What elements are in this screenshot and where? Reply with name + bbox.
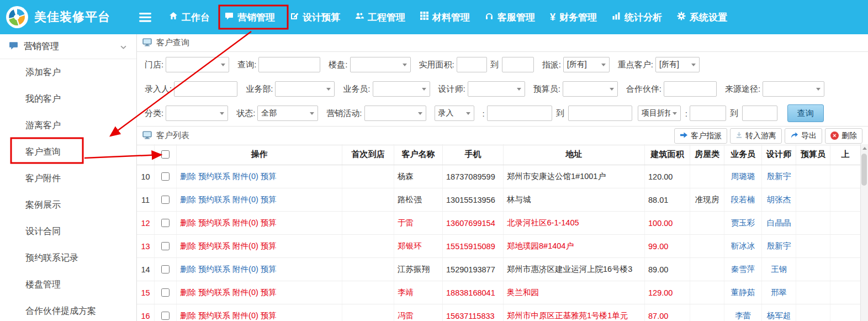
salesman-link[interactable]: 李蕾 <box>724 304 762 321</box>
row-checkbox[interactable] <box>161 219 170 227</box>
salesman-link[interactable]: 段若楠 <box>724 188 762 211</box>
export-button[interactable]: 导出 <box>785 128 822 144</box>
entry-type-select[interactable]: 录入 <box>435 106 474 121</box>
nav-item-design-budget[interactable]: 设计预算 <box>290 11 340 24</box>
row-checkbox[interactable] <box>161 265 170 273</box>
move-to-floating-button[interactable]: 转入游离 <box>730 128 782 144</box>
col-header-address[interactable]: 地址 <box>504 144 645 165</box>
hamburger-menu-icon[interactable] <box>139 13 151 22</box>
transfer-icon <box>735 131 743 140</box>
row-operations-links[interactable]: 删除 预约联系 附件(0) 预算 <box>177 258 342 281</box>
select-all-checkbox[interactable] <box>161 150 170 159</box>
table-row: 10 删除 预约联系 附件(0) 预算 杨森 18737089599 郑州市安康… <box>137 165 861 188</box>
discount-max-input[interactable] <box>742 106 777 121</box>
salesman-link[interactable]: 董静茹 <box>724 281 762 304</box>
salesman-link[interactable]: 靳冰冰 <box>724 235 762 257</box>
chevron-down-icon <box>466 112 470 115</box>
sidebar-section-marketing[interactable]: 营销管理 <box>0 34 136 59</box>
delete-button[interactable]: × 删除 <box>825 128 862 144</box>
assign-select[interactable]: [所有] <box>563 57 610 72</box>
row-operations-links[interactable]: 删除 预约联系 附件(0) 预算 <box>177 304 342 321</box>
nav-item-engineering[interactable]: 工程管理 <box>355 11 405 24</box>
col-header-area[interactable]: 建筑面积 <box>645 144 690 165</box>
row-checkbox[interactable] <box>161 288 170 297</box>
row-operations-links[interactable]: 删除 预约联系 附件(0) 预算 <box>177 281 342 304</box>
edit-icon <box>290 12 299 23</box>
designer-link[interactable]: 邢翠 <box>762 281 796 304</box>
sidebar-item-design-contract[interactable]: 设计合同 <box>0 218 136 245</box>
sidebar-item-floating-customers[interactable]: 游离客户 <box>0 112 136 139</box>
col-header-operations[interactable]: 操作 <box>177 144 342 165</box>
row-operations-links[interactable]: 删除 预约联系 附件(0) 预算 <box>177 188 342 211</box>
source-select[interactable] <box>763 81 824 97</box>
salesman-link[interactable]: 贾玉彩 <box>724 212 762 234</box>
store-select[interactable] <box>166 57 229 72</box>
budgeter-select[interactable] <box>563 81 618 97</box>
usable-area-max-input[interactable] <box>502 57 534 72</box>
designer-link[interactable]: 杨军超 <box>762 304 796 321</box>
col-header-budgeter[interactable]: 预算员 <box>796 144 830 165</box>
partner-input[interactable] <box>664 81 717 97</box>
designer-link[interactable]: 胡张杰 <box>762 188 796 211</box>
col-header-salesman[interactable]: 业务员 <box>724 144 762 165</box>
discount-min-input[interactable] <box>690 106 726 121</box>
nav-item-statistics[interactable]: 统计分析 <box>612 11 662 24</box>
status-select[interactable]: 全部 <box>257 106 318 121</box>
sidebar-item-customer-query[interactable]: 客户查询 <box>0 139 136 165</box>
filter-row-1: 门店: 查询: 楼盘: 实用面积: 到 指派: [所有] 重点客户: [所有] <box>145 52 868 77</box>
discount-select[interactable]: 项目折扣 <box>638 106 681 121</box>
activity-select[interactable] <box>364 106 426 121</box>
vertical-scrollbar[interactable] <box>860 144 868 321</box>
col-header-house-type[interactable]: 房屋类 <box>690 144 724 165</box>
entry-date-from-input[interactable] <box>487 106 552 121</box>
sidebar-item-partner-commission[interactable]: 合作伙伴提成方案 <box>0 298 136 321</box>
sidebar-item-add-customer[interactable]: 添加客户 <box>0 59 136 86</box>
scrollbar-thumb[interactable] <box>861 154 867 186</box>
row-checkbox[interactable] <box>161 242 170 250</box>
sidebar-item-my-customers[interactable]: 我的客户 <box>0 86 136 112</box>
usable-area-min-input[interactable] <box>457 57 487 72</box>
row-operations-links[interactable]: 删除 预约联系 附件(0) 预算 <box>177 165 342 188</box>
salesman-link[interactable]: 秦雪萍 <box>724 258 762 281</box>
keyword-input[interactable] <box>258 57 320 72</box>
salesman-link[interactable]: 周璐璐 <box>724 165 762 188</box>
col-header-extra[interactable]: 上 <box>830 144 861 165</box>
sales-dept-select[interactable] <box>275 81 335 97</box>
row-checkbox[interactable] <box>161 312 170 320</box>
sidebar-item-building-management[interactable]: 楼盘管理 <box>0 271 136 298</box>
nav-item-finance[interactable]: ¥ 财务管理 <box>550 11 597 24</box>
salesman-select[interactable] <box>373 81 430 97</box>
entry-date-to-input[interactable] <box>568 106 632 121</box>
scrollbar-up-arrow-icon[interactable] <box>861 144 868 152</box>
assign-customer-button[interactable]: 客户指派 <box>674 128 727 144</box>
col-header-first-visit[interactable]: 首次到店 <box>342 144 394 165</box>
nav-item-marketing[interactable]: 营销管理 <box>225 11 275 24</box>
row-operations-links[interactable]: 删除 预约联系 附件(0) 预算 <box>177 212 342 234</box>
col-header-phone[interactable]: 手机 <box>443 144 504 165</box>
search-button[interactable]: 查询 <box>787 104 824 122</box>
designer-select[interactable] <box>468 81 525 97</box>
key-customer-select[interactable]: [所有] <box>655 57 700 72</box>
sidebar-item-customer-attachments[interactable]: 客户附件 <box>0 165 136 192</box>
nav-item-workbench[interactable]: 工作台 <box>169 11 210 24</box>
nav-item-settings[interactable]: 系统设置 <box>677 11 727 24</box>
nav-item-customer-service[interactable]: 客服管理 <box>485 11 535 24</box>
app-logo-icon <box>6 6 29 29</box>
entry-person-input[interactable] <box>174 81 237 97</box>
nav-item-materials[interactable]: 材料管理 <box>420 11 470 24</box>
sidebar-item-appointment-records[interactable]: 预约联系记录 <box>0 245 136 271</box>
building-select[interactable] <box>350 57 411 72</box>
row-checkbox[interactable] <box>161 196 170 204</box>
designer-link[interactable]: 殷新宇 <box>762 235 796 257</box>
main-content: 客户查询 门店: 查询: 楼盘: 实用面积: 到 指派: [所有] 重点客户: … <box>137 34 868 321</box>
col-header-name[interactable]: 客户名称 <box>394 144 443 165</box>
category-select[interactable] <box>166 106 228 121</box>
designer-link[interactable]: 殷新宇 <box>762 165 796 188</box>
designer-link[interactable]: 王钢 <box>762 258 796 281</box>
row-operations-links[interactable]: 删除 预约联系 附件(0) 预算 <box>177 235 342 257</box>
row-checkbox[interactable] <box>161 172 170 181</box>
col-header-designer[interactable]: 设计师 <box>762 144 796 165</box>
designer-link[interactable]: 白晶晶 <box>762 212 796 234</box>
customer-table: 操作 首次到店 客户名称 手机 地址 建筑面积 房屋类 业务员 设计师 预算员 … <box>137 144 861 321</box>
sidebar-item-case-display[interactable]: 案例展示 <box>0 192 136 218</box>
